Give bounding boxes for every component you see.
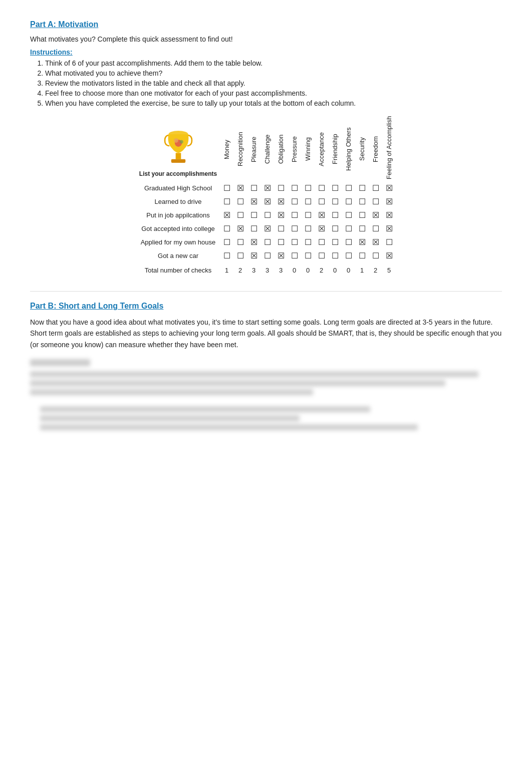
checkbox-cell[interactable]: ☐ bbox=[355, 208, 369, 222]
checkbox-cell[interactable]: ☐ bbox=[220, 222, 233, 235]
checkbox-cell[interactable]: ☒ bbox=[315, 208, 328, 222]
checkbox-cell[interactable]: ☐ bbox=[355, 181, 369, 195]
checkbox-cell[interactable]: ☐ bbox=[369, 249, 382, 263]
accomplishment-label-cell: Put in job appilcations bbox=[136, 208, 220, 222]
checkbox-cell[interactable]: ☒ bbox=[233, 222, 247, 235]
checkbox-cell[interactable]: ☐ bbox=[315, 235, 328, 249]
blurred-list-2 bbox=[40, 415, 300, 421]
checkbox-cell[interactable]: ☐ bbox=[355, 222, 369, 235]
checkbox-cell[interactable]: ☐ bbox=[233, 235, 247, 249]
table-row: Put in job appilcations☒☐☐☐☒☐☐☒☐☐☐☒☒ bbox=[136, 208, 396, 222]
total-value-cell: 1 bbox=[355, 263, 369, 276]
part-b-title: Part B: Short and Long Term Goals bbox=[30, 302, 502, 311]
checkbox-cell[interactable]: ☐ bbox=[288, 208, 301, 222]
checkbox-cell[interactable]: ☐ bbox=[274, 181, 288, 195]
checkbox-cell[interactable]: ☐ bbox=[369, 222, 382, 235]
checkbox-cell[interactable]: ☐ bbox=[369, 195, 382, 208]
checkbox-cell[interactable]: ☒ bbox=[382, 195, 396, 208]
checkbox-cell[interactable]: ☐ bbox=[233, 195, 247, 208]
checkbox-cell[interactable]: ☐ bbox=[301, 235, 315, 249]
checkbox-cell[interactable]: ☐ bbox=[260, 235, 274, 249]
col-freedom: Freedom bbox=[369, 116, 382, 181]
instruction-1: Think of 6 of your past accomplishments.… bbox=[45, 59, 502, 67]
checkbox-cell[interactable]: ☐ bbox=[301, 249, 315, 263]
checkbox-cell[interactable]: ☐ bbox=[301, 195, 315, 208]
svg-point-5 bbox=[179, 140, 183, 144]
checkbox-cell[interactable]: ☒ bbox=[274, 208, 288, 222]
checkbox-cell[interactable]: ☐ bbox=[315, 195, 328, 208]
checkbox-cell[interactable]: ☐ bbox=[288, 249, 301, 263]
checkbox-cell[interactable]: ☐ bbox=[233, 249, 247, 263]
checkbox-cell[interactable]: ☒ bbox=[315, 222, 328, 235]
checkbox-cell[interactable]: ☒ bbox=[260, 181, 274, 195]
checkbox-cell[interactable]: ☒ bbox=[382, 222, 396, 235]
checkbox-cell[interactable]: ☒ bbox=[247, 195, 260, 208]
checkbox-cell[interactable]: ☐ bbox=[355, 249, 369, 263]
svg-point-4 bbox=[174, 138, 178, 143]
checkbox-cell[interactable]: ☒ bbox=[233, 181, 247, 195]
checkbox-cell[interactable]: ☐ bbox=[301, 181, 315, 195]
checkbox-cell[interactable]: ☒ bbox=[369, 208, 382, 222]
checkbox-cell[interactable]: ☒ bbox=[274, 249, 288, 263]
checkbox-cell[interactable]: ☐ bbox=[288, 181, 301, 195]
checkbox-cell[interactable]: ☒ bbox=[382, 249, 396, 263]
checkbox-cell[interactable]: ☒ bbox=[274, 195, 288, 208]
checkbox-cell[interactable]: ☐ bbox=[220, 235, 233, 249]
table-row: Graduated High School☐☒☐☒☐☐☐☐☐☐☐☐☒ bbox=[136, 181, 396, 195]
checkbox-cell[interactable]: ☐ bbox=[247, 222, 260, 235]
checkbox-cell[interactable]: ☐ bbox=[328, 195, 342, 208]
checkbox-cell[interactable]: ☐ bbox=[328, 249, 342, 263]
blurred-list-1 bbox=[40, 406, 370, 412]
table-row: Got accepted into college☐☒☐☒☐☐☐☒☐☐☐☐☒ bbox=[136, 222, 396, 235]
checkbox-cell[interactable]: ☐ bbox=[342, 195, 355, 208]
checkbox-cell[interactable]: ☐ bbox=[288, 222, 301, 235]
checkbox-cell[interactable]: ☐ bbox=[301, 208, 315, 222]
checkbox-cell[interactable]: ☒ bbox=[382, 208, 396, 222]
total-value-cell: 0 bbox=[342, 263, 355, 276]
checkbox-cell[interactable]: ☐ bbox=[315, 249, 328, 263]
blurred-title bbox=[30, 359, 90, 366]
checkbox-cell[interactable]: ☐ bbox=[233, 208, 247, 222]
total-value-cell: 3 bbox=[260, 263, 274, 276]
col-recognition: Recognition bbox=[233, 116, 247, 181]
checkbox-cell[interactable]: ☐ bbox=[274, 222, 288, 235]
checkbox-cell[interactable]: ☐ bbox=[220, 181, 233, 195]
table-row: Learned to drive☐☐☒☒☒☐☐☐☐☐☐☐☒ bbox=[136, 195, 396, 208]
checkbox-cell[interactable]: ☒ bbox=[355, 235, 369, 249]
checkbox-cell[interactable]: ☐ bbox=[342, 222, 355, 235]
checkbox-cell[interactable]: ☒ bbox=[247, 235, 260, 249]
checkbox-cell[interactable]: ☐ bbox=[288, 195, 301, 208]
checkbox-cell[interactable]: ☐ bbox=[355, 195, 369, 208]
checkbox-cell[interactable]: ☒ bbox=[260, 222, 274, 235]
total-value-cell: 2 bbox=[315, 263, 328, 276]
checkbox-cell[interactable]: ☐ bbox=[369, 181, 382, 195]
checkbox-cell[interactable]: ☐ bbox=[288, 235, 301, 249]
checkbox-cell[interactable]: ☐ bbox=[328, 208, 342, 222]
checkbox-cell[interactable]: ☐ bbox=[260, 249, 274, 263]
checkbox-cell[interactable]: ☐ bbox=[315, 181, 328, 195]
checkbox-cell[interactable]: ☐ bbox=[382, 235, 396, 249]
checkbox-cell[interactable]: ☐ bbox=[247, 208, 260, 222]
checkbox-cell[interactable]: ☐ bbox=[220, 195, 233, 208]
checkbox-cell[interactable]: ☐ bbox=[328, 235, 342, 249]
checkbox-cell[interactable]: ☒ bbox=[247, 249, 260, 263]
checkbox-cell[interactable]: ☒ bbox=[260, 195, 274, 208]
col-friendship: Friendship bbox=[328, 116, 342, 181]
checkbox-cell[interactable]: ☐ bbox=[301, 222, 315, 235]
checkbox-cell[interactable]: ☐ bbox=[342, 181, 355, 195]
checkbox-cell[interactable]: ☒ bbox=[382, 181, 396, 195]
instruction-3: Review the motivators listed in the tabl… bbox=[45, 79, 502, 87]
checkbox-cell[interactable]: ☐ bbox=[328, 181, 342, 195]
checkbox-cell[interactable]: ☐ bbox=[260, 208, 274, 222]
checkbox-cell[interactable]: ☐ bbox=[328, 222, 342, 235]
blurred-list-3 bbox=[40, 424, 418, 430]
checkbox-cell[interactable]: ☐ bbox=[247, 181, 260, 195]
checkbox-cell[interactable]: ☒ bbox=[369, 235, 382, 249]
checkbox-cell[interactable]: ☐ bbox=[274, 235, 288, 249]
checkbox-cell[interactable]: ☐ bbox=[220, 249, 233, 263]
checkbox-cell[interactable]: ☒ bbox=[220, 208, 233, 222]
checkbox-cell[interactable]: ☐ bbox=[342, 208, 355, 222]
checkbox-cell[interactable]: ☐ bbox=[342, 249, 355, 263]
blurred-line-3 bbox=[30, 389, 313, 395]
checkbox-cell[interactable]: ☐ bbox=[342, 235, 355, 249]
